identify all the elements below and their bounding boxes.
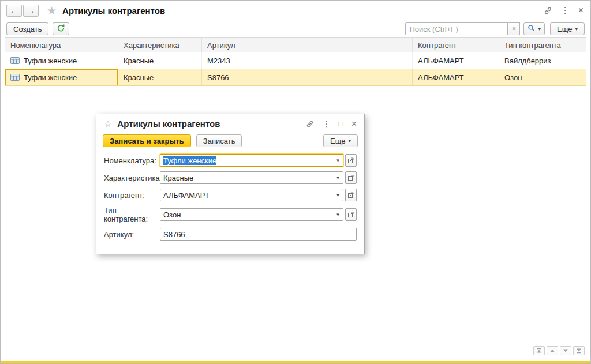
magnifier-icon xyxy=(528,24,535,33)
counterparty-dropdown-button[interactable]: ▾ xyxy=(333,189,343,201)
page-title: Артикулы контрагентов xyxy=(62,6,165,16)
nomenclature-combo[interactable]: Туфли женские ▾ xyxy=(160,154,343,167)
forward-arrow-icon: → xyxy=(27,6,35,15)
app-window: ← → ★ Артикулы контрагентов ⋮ × Создать xyxy=(0,0,591,364)
clear-icon: × xyxy=(512,25,516,33)
counterparty-label: Контрагент: xyxy=(104,191,160,200)
cell-counterparty-type[interactable]: Вайлдберриз xyxy=(499,52,586,69)
counterparty-open-button[interactable] xyxy=(345,189,357,201)
form-row-article: Артикул: xyxy=(104,228,357,241)
nomenclature-dropdown-button[interactable]: ▾ xyxy=(333,155,343,166)
titlebar-actions: ⋮ × xyxy=(544,5,583,16)
favorite-star-icon[interactable]: ★ xyxy=(47,5,57,16)
list-scroll-nav xyxy=(533,346,585,355)
bottom-accent-bar xyxy=(1,361,590,363)
maximize-icon[interactable]: □ xyxy=(339,119,343,128)
nomenclature-field-group: Туфли женские ▾ xyxy=(160,154,357,167)
dialog-form: Номенклатура: Туфли женские ▾ xyxy=(96,151,364,254)
nomenclature-input[interactable]: Туфли женские xyxy=(160,155,333,166)
cell-characteristic[interactable]: Красные xyxy=(118,52,202,69)
counterparty-type-combo[interactable]: ▾ xyxy=(160,208,343,221)
cell-counterparty[interactable]: АЛЬФАМАРТ xyxy=(413,52,499,69)
column-header-counterparty[interactable]: Контрагент xyxy=(413,38,499,52)
column-header-counterparty-type[interactable]: Тип контрагента xyxy=(499,38,586,52)
search-area: × ▾ Еще ▾ xyxy=(405,22,585,35)
history-nav: ← → xyxy=(6,5,39,17)
go-top-icon xyxy=(536,347,542,355)
more-button[interactable]: Еще ▾ xyxy=(550,22,585,35)
edit-dialog: ☆ Артикулы контрагентов ⋮ □ × Записать и… xyxy=(96,114,365,254)
open-form-icon xyxy=(348,156,354,165)
more-button-label: Еще xyxy=(557,25,572,33)
counterparty-type-open-button[interactable] xyxy=(345,208,357,221)
refresh-icon xyxy=(57,24,65,34)
counterparty-input[interactable] xyxy=(160,189,333,201)
forward-button[interactable]: → xyxy=(23,5,39,17)
cell-counterparty[interactable]: АЛЬФАМАРТ xyxy=(413,69,499,85)
cell-article[interactable]: S8766 xyxy=(202,69,413,85)
selected-text: Туфли женские xyxy=(163,156,216,165)
cell-counterparty-type[interactable]: Озон xyxy=(499,69,586,85)
chevron-down-icon: ▾ xyxy=(336,212,339,217)
cell-article[interactable]: M2343 xyxy=(202,52,413,69)
page-down-button[interactable] xyxy=(560,346,571,355)
back-arrow-icon: ← xyxy=(10,6,18,15)
save-button[interactable]: Записать xyxy=(196,134,242,147)
characteristic-combo[interactable]: ▾ xyxy=(160,171,343,184)
article-label: Артикул: xyxy=(104,230,160,239)
dialog-more-label: Еще xyxy=(330,137,345,145)
go-first-button[interactable] xyxy=(533,346,545,355)
open-form-icon xyxy=(348,191,354,200)
characteristic-dropdown-button[interactable]: ▾ xyxy=(333,172,343,183)
characteristic-input[interactable] xyxy=(160,172,333,183)
chevron-down-icon: ▾ xyxy=(336,175,339,181)
search-options-button[interactable]: ▾ xyxy=(523,22,545,35)
characteristic-field-group: ▾ xyxy=(160,171,357,184)
cell-characteristic[interactable]: Красные xyxy=(118,69,202,85)
counterparty-combo[interactable]: ▾ xyxy=(160,189,343,201)
search-input[interactable] xyxy=(405,22,508,35)
command-bar: Создать × ▾ Еще ▾ xyxy=(1,20,590,37)
refresh-button[interactable] xyxy=(53,22,69,35)
column-header-characteristic[interactable]: Характеристика xyxy=(118,38,202,52)
favorite-star-outline-icon[interactable]: ☆ xyxy=(104,119,112,129)
back-button[interactable]: ← xyxy=(6,5,22,17)
page-up-button[interactable] xyxy=(547,346,558,355)
counterparty-type-field-group: ▾ xyxy=(160,208,357,221)
clear-search-button[interactable]: × xyxy=(508,22,520,35)
create-button[interactable]: Создать xyxy=(6,22,48,35)
cell-nomenclature[interactable]: Туфли женские xyxy=(5,52,118,69)
counterparty-type-input[interactable] xyxy=(160,209,333,220)
dialog-menu-icon[interactable]: ⋮ xyxy=(322,119,331,129)
chevron-down-icon: ▾ xyxy=(575,26,578,32)
chevron-down-icon: ▾ xyxy=(336,157,339,163)
cell-nomenclature[interactable]: Туфли женские xyxy=(5,69,118,85)
dialog-more-button[interactable]: Еще ▾ xyxy=(323,134,358,147)
close-window-icon[interactable]: × xyxy=(578,5,583,16)
dialog-header: ☆ Артикулы контрагентов ⋮ □ × xyxy=(96,114,364,133)
dialog-window-actions: ⋮ □ × xyxy=(306,119,357,129)
column-header-nomenclature[interactable]: Номенклатура xyxy=(5,38,118,52)
save-label: Записать xyxy=(203,137,235,145)
nomenclature-label: Номенклатура: xyxy=(104,156,160,165)
dialog-toolbar: Записать и закрыть Записать Еще ▾ xyxy=(96,133,364,151)
counterparty-type-dropdown-button[interactable]: ▾ xyxy=(333,209,343,220)
column-header-article[interactable]: Артикул xyxy=(202,38,413,52)
counterparty-type-label: Тип контрагента: xyxy=(104,206,160,223)
close-dialog-icon[interactable]: × xyxy=(351,119,357,129)
table-row[interactable]: Туфли женские Красные M2343 АЛЬФАМАРТ Ва… xyxy=(5,52,586,69)
link-icon[interactable] xyxy=(306,120,314,128)
cell-text: Туфли женские xyxy=(24,73,77,82)
characteristic-open-button[interactable] xyxy=(345,171,357,184)
window-menu-icon[interactable]: ⋮ xyxy=(561,5,570,16)
cell-text: Туфли женские xyxy=(24,57,77,65)
go-last-button[interactable] xyxy=(573,346,585,355)
arrow-up-icon xyxy=(549,347,555,355)
table-row-selected[interactable]: Туфли женские Красные S8766 АЛЬФАМАРТ Оз… xyxy=(5,69,586,86)
nomenclature-open-button[interactable] xyxy=(345,154,357,167)
chevron-down-icon: ▾ xyxy=(538,26,541,32)
save-and-close-button[interactable]: Записать и закрыть xyxy=(103,134,191,147)
form-row-characteristic: Характеристика: ▾ xyxy=(104,171,357,184)
link-icon[interactable] xyxy=(544,6,552,15)
article-input[interactable] xyxy=(160,228,357,241)
